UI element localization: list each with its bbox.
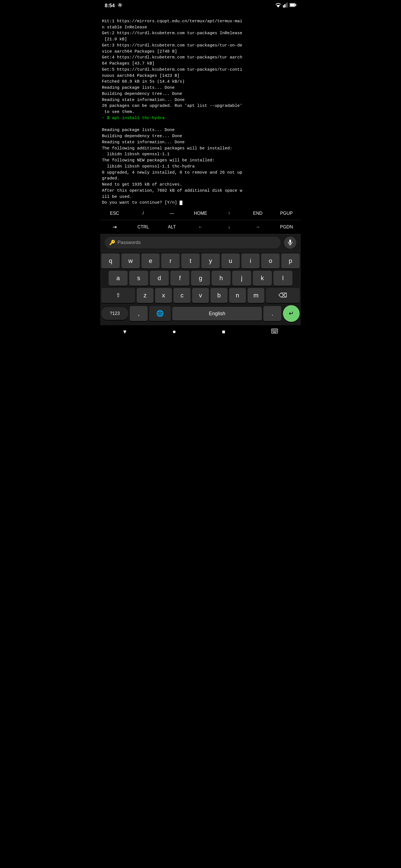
backspace-key[interactable]: ⌫: [266, 288, 299, 303]
svg-rect-8: [290, 4, 295, 6]
battery-icon: [290, 3, 296, 8]
svg-marker-1: [276, 5, 280, 7]
key-g[interactable]: g: [191, 271, 210, 286]
key-i[interactable]: i: [241, 253, 260, 269]
alt-key[interactable]: ALT: [157, 221, 186, 233]
pgup-key[interactable]: PGUP: [272, 208, 301, 219]
key-n[interactable]: n: [229, 288, 246, 303]
key-a[interactable]: a: [109, 271, 127, 286]
svg-rect-21: [276, 331, 276, 331]
num-key[interactable]: ?123: [102, 307, 128, 320]
terminal-output: Reading package lists... Done Building d…: [102, 128, 242, 205]
esc-key[interactable]: ESC: [100, 208, 129, 219]
svg-rect-23: [273, 332, 277, 333]
back-button[interactable]: ▼: [123, 329, 126, 335]
key-e[interactable]: e: [141, 253, 160, 269]
status-bar-right: [275, 2, 296, 9]
svg-rect-15: [274, 330, 275, 330]
status-bar-left: 8:54: [105, 2, 123, 9]
enter-key[interactable]: ↵: [283, 305, 299, 322]
key-j[interactable]: j: [232, 271, 251, 286]
status-time: 8:54: [105, 3, 115, 9]
terminal-command: ~ $ apt install thc-hydra: [102, 116, 165, 121]
signal-icon: [283, 2, 288, 9]
password-placeholder: Passwords: [117, 240, 141, 245]
key-k[interactable]: k: [253, 271, 272, 286]
fan-icon: [117, 2, 123, 9]
slash-key[interactable]: /: [129, 208, 157, 219]
left-arrow-key[interactable]: ←: [186, 221, 215, 233]
keyboard-row-1: q w e r t y u i o p: [102, 253, 299, 269]
keyboard-row-2: a s d f g h j k l: [102, 271, 299, 286]
end-key[interactable]: END: [244, 208, 272, 219]
key-icon: 🔑: [109, 240, 115, 246]
keyboard: q w e r t y u i o p a s d f g h j k l ⇧ …: [100, 251, 301, 325]
toolbar-row-2: ⇥ CTRL ALT ← ↓ → PGDN: [100, 220, 301, 234]
key-o[interactable]: o: [261, 253, 280, 269]
globe-key[interactable]: 🌐: [149, 306, 171, 321]
toolbar-row-1: ESC / — HOME ↑ END PGUP: [100, 207, 301, 220]
key-w[interactable]: w: [121, 253, 140, 269]
key-b[interactable]: b: [210, 288, 227, 303]
svg-rect-5: [287, 2, 288, 7]
svg-rect-22: [277, 331, 277, 331]
svg-rect-16: [276, 330, 276, 330]
key-r[interactable]: r: [161, 253, 180, 269]
svg-rect-20: [274, 331, 275, 331]
right-arrow-key[interactable]: →: [244, 221, 272, 233]
svg-rect-4: [286, 3, 287, 7]
recents-button[interactable]: ■: [222, 329, 225, 335]
mic-icon: [287, 239, 293, 247]
keyboard-button[interactable]: [271, 329, 278, 336]
nav-bar: ▼ ● ■: [100, 325, 301, 340]
shift-key[interactable]: ⇧: [102, 288, 135, 303]
down-arrow-key[interactable]: ↓: [215, 221, 244, 233]
ctrl-key[interactable]: CTRL: [129, 221, 157, 233]
svg-point-0: [119, 4, 121, 6]
terminal-line-1: Hit:1 https://mirrors.cqupt.edu.cn/termu…: [102, 19, 242, 114]
wifi-icon: [275, 2, 281, 9]
mic-button[interactable]: [284, 237, 296, 249]
comma-key[interactable]: ,: [130, 306, 148, 321]
password-input[interactable]: 🔑 Passwords: [105, 237, 281, 248]
key-u[interactable]: u: [221, 253, 240, 269]
key-x[interactable]: x: [155, 288, 172, 303]
key-d[interactable]: d: [150, 271, 169, 286]
key-v[interactable]: v: [192, 288, 209, 303]
cursor: [180, 200, 182, 205]
svg-rect-9: [289, 240, 291, 243]
dot-key[interactable]: .: [263, 306, 281, 321]
key-f[interactable]: f: [170, 271, 189, 286]
key-q[interactable]: q: [102, 253, 120, 269]
svg-rect-18: [272, 331, 273, 331]
dash-key[interactable]: —: [157, 208, 186, 219]
home-button[interactable]: ●: [172, 329, 176, 336]
svg-rect-2: [283, 5, 284, 7]
key-z[interactable]: z: [137, 288, 153, 303]
key-h[interactable]: h: [212, 271, 231, 286]
key-t[interactable]: t: [181, 253, 200, 269]
key-c[interactable]: c: [173, 288, 190, 303]
key-y[interactable]: y: [201, 253, 220, 269]
svg-rect-13: [272, 330, 273, 330]
space-key[interactable]: English: [172, 307, 262, 320]
pgdn-key[interactable]: PGDN: [272, 221, 301, 233]
key-l[interactable]: l: [274, 271, 292, 286]
svg-rect-19: [273, 331, 274, 331]
keyboard-row-4: ?123 , 🌐 English . ↵: [102, 305, 299, 322]
tab-key[interactable]: ⇥: [100, 221, 129, 234]
svg-rect-3: [284, 4, 285, 7]
key-p[interactable]: p: [281, 253, 299, 269]
home-key[interactable]: HOME: [186, 208, 215, 219]
svg-rect-7: [295, 4, 296, 6]
up-arrow-key[interactable]: ↑: [215, 208, 244, 219]
key-m[interactable]: m: [248, 288, 264, 303]
keyboard-row-3: ⇧ z x c v b n m ⌫: [102, 288, 299, 303]
svg-rect-17: [277, 330, 277, 330]
svg-rect-14: [273, 330, 274, 330]
password-bar: 🔑 Passwords: [100, 234, 301, 251]
terminal: Hit:1 https://mirrors.cqupt.edu.cn/termu…: [100, 11, 301, 207]
key-s[interactable]: s: [129, 271, 148, 286]
status-bar: 8:54: [100, 0, 301, 11]
